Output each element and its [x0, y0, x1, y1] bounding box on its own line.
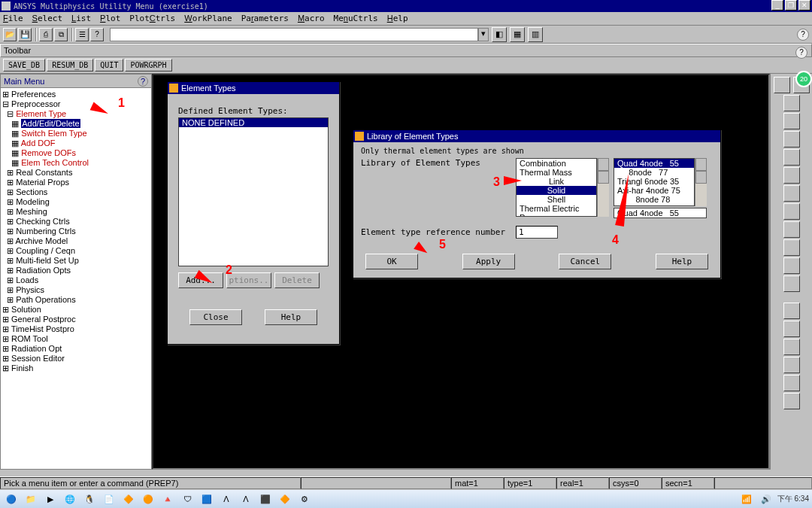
tree-radiation-opts[interactable]: Radiation Opts — [16, 266, 71, 275]
toolbar-help-icon[interactable]: ? — [795, 47, 807, 59]
start-icon[interactable]: 🔵 — [3, 491, 20, 506]
toolbar-report-icon[interactable]: ☰ — [75, 28, 89, 41]
main-menu-help-icon[interactable]: ? — [138, 76, 148, 87]
menu-plotctrls[interactable]: PlotCtrls — [129, 14, 175, 23]
tree-rom[interactable]: ROM Tool — [11, 334, 48, 343]
cat-thermal-electric[interactable]: Thermal Electric — [517, 204, 596, 213]
close-button-dialog[interactable]: Close — [189, 309, 242, 325]
tree-add-dof[interactable]: Add DOF — [21, 138, 56, 148]
tree-radiation-opt[interactable]: Radiation Opt — [11, 344, 62, 353]
dyn-pan-icon[interactable] — [783, 321, 800, 337]
tree-real-constants[interactable]: Real Constants — [16, 168, 72, 177]
media-icon[interactable]: ▶ — [42, 491, 59, 506]
dyn-zoom-icon[interactable] — [783, 339, 800, 355]
combo-dropdown-icon[interactable]: ▾ — [478, 28, 489, 41]
tree-element-type[interactable]: Element Type — [16, 109, 66, 118]
toolbar-copy-icon[interactable]: ⧉ — [54, 28, 68, 41]
tree-solution[interactable]: Solution — [11, 305, 41, 314]
context-help-icon[interactable]: ? — [797, 29, 809, 41]
tree-switch-elem[interactable]: Switch Elem Type — [21, 129, 86, 138]
tray-vol-icon[interactable]: 🔊 — [758, 491, 774, 506]
category-list[interactable]: Combination Thermal Mass Link Solid Shel… — [516, 158, 597, 217]
app-icon[interactable]: 🔶 — [120, 491, 137, 506]
tree-loads[interactable]: Loads — [16, 275, 38, 284]
quit-button[interactable]: QUIT — [95, 59, 123, 71]
doc-icon[interactable]: 📄 — [101, 491, 117, 506]
tree-modeling[interactable]: Modeling — [16, 197, 50, 206]
tree-meshing[interactable]: Meshing — [16, 207, 47, 216]
tree-preprocessor[interactable]: Preprocessor — [11, 99, 60, 108]
ansys3-icon[interactable]: 🔶 — [277, 491, 293, 506]
cancel-button[interactable]: Cancel — [559, 254, 611, 269]
menu-help[interactable]: Help — [387, 14, 408, 23]
ansys2-icon[interactable]: Λ — [238, 491, 254, 506]
powrgrph-button[interactable]: POWRGRPH — [125, 59, 171, 71]
app3-icon[interactable]: 🔺 — [159, 491, 176, 506]
zoom-out-icon[interactable] — [783, 149, 800, 166]
help-button-dialog2[interactable]: Help — [656, 254, 708, 269]
ref-number-input[interactable] — [516, 226, 558, 239]
gear-icon[interactable]: ⚙ — [296, 491, 313, 506]
cat-solid[interactable]: Solid — [517, 186, 596, 195]
view-1-icon[interactable] — [774, 77, 790, 93]
toolbar-graph-icon[interactable]: ◧ — [492, 27, 507, 42]
tree-session-editor[interactable]: Session Editor — [11, 354, 65, 363]
ansys-icon[interactable]: Λ — [218, 491, 235, 506]
main-menu-tree[interactable]: ⊞ Preferences ⊟ Preprocessor ⊟ Element T… — [1, 88, 151, 469]
tree-timehist[interactable]: TimeHist Postpro — [11, 324, 74, 333]
tree-numbering[interactable]: Numbering Ctrls — [16, 227, 75, 236]
close-button[interactable]: ✕ — [798, 0, 810, 11]
cat-combination[interactable]: Combination — [517, 159, 596, 168]
menu-parameters[interactable]: Parameters — [241, 14, 289, 23]
toolbar-save-icon[interactable]: 💾 — [18, 28, 32, 41]
tree-postproc[interactable]: General Postproc — [11, 315, 76, 324]
tree-sections[interactable]: Sections — [16, 187, 47, 196]
tray-net-icon[interactable]: 📶 — [738, 491, 755, 506]
subtype-scrollbar[interactable] — [695, 158, 707, 206]
dyn-rotate-icon[interactable] — [783, 303, 800, 319]
wireframe-icon[interactable] — [783, 357, 800, 373]
shaded-icon[interactable] — [783, 375, 800, 391]
defined-types-list[interactable]: NONE DEFINED — [178, 117, 329, 266]
cat-link[interactable]: Link — [517, 177, 596, 186]
tree-finish[interactable]: Finish — [11, 364, 33, 373]
menu-workplane[interactable]: WorkPlane — [184, 14, 232, 23]
resum-db-button[interactable]: RESUM_DB — [47, 59, 93, 71]
menu-macro[interactable]: Macro — [298, 14, 325, 23]
menu-plot[interactable]: Plot — [100, 14, 120, 23]
cat-pore-pressure[interactable]: Pore-pressure — [517, 213, 596, 217]
tree-checking[interactable]: Checking Ctrls — [16, 217, 70, 226]
side-icon[interactable] — [783, 239, 800, 256]
toolbar-window-icon[interactable]: ▦ — [510, 27, 525, 42]
menu-menuctrls[interactable]: MenuCtrls — [334, 14, 378, 23]
tree-elem-tech[interactable]: Elem Tech Control — [21, 158, 89, 167]
maximize-button[interactable]: ❐ — [785, 0, 797, 11]
list-item-none[interactable]: NONE DEFINED — [179, 118, 328, 127]
iso-icon[interactable] — [783, 203, 800, 220]
tree-coupling[interactable]: Coupling / Ceqn — [16, 246, 75, 255]
menu-select[interactable]: Select — [32, 14, 62, 23]
tree-add-edit-delete[interactable]: Add/Edit/Delete — [21, 119, 80, 128]
cat-thermal-mass[interactable]: Thermal Mass — [517, 168, 596, 177]
tree-multifield[interactable]: Multi-field Set Up — [16, 256, 79, 265]
minimize-button[interactable]: _ — [771, 0, 783, 11]
rotate-icon[interactable] — [783, 185, 800, 202]
toolbar-help-icon[interactable]: ? — [90, 28, 104, 41]
qq-icon[interactable]: 🐧 — [81, 491, 98, 506]
browser-icon[interactable]: 🌐 — [62, 491, 78, 506]
term-icon[interactable]: ⬛ — [257, 491, 274, 506]
perspective-icon[interactable] — [783, 393, 800, 409]
zoom-in-icon[interactable] — [783, 131, 800, 148]
cat-shell[interactable]: Shell — [517, 195, 596, 204]
tree-remove-dofs[interactable]: Remove DOFs — [21, 148, 76, 157]
command-combo[interactable] — [110, 28, 478, 41]
shield-icon[interactable]: 🛡 — [179, 491, 195, 506]
toolbar-open-icon[interactable]: 📂 — [3, 28, 17, 41]
explorer-icon[interactable]: 📁 — [23, 491, 39, 506]
pan-icon[interactable] — [783, 167, 800, 184]
toolbar-print-icon[interactable]: ⎙ — [39, 28, 53, 41]
tree-path-ops[interactable]: Path Operations — [16, 295, 76, 304]
sub-quad4-55[interactable]: Quad 4node 55 — [614, 159, 694, 168]
app2-icon[interactable]: 🟠 — [140, 491, 156, 506]
tree-physics[interactable]: Physics — [16, 285, 44, 294]
